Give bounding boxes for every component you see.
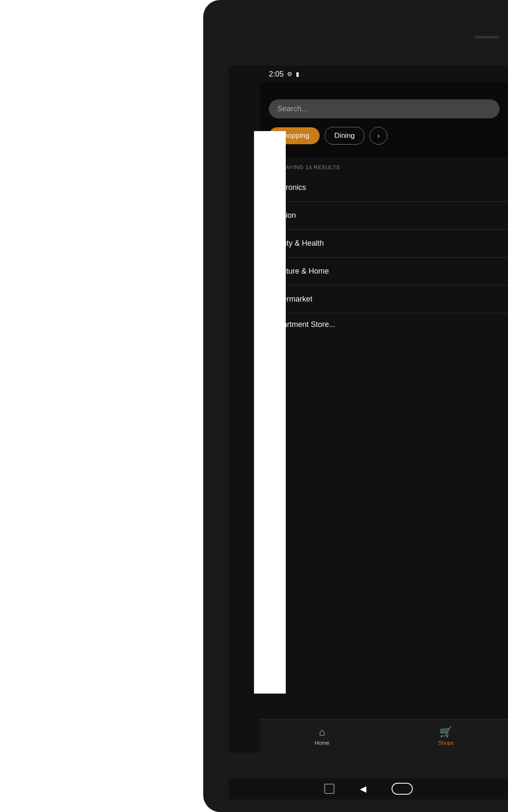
category-item-furniture[interactable]: Furniture & Home <box>260 258 508 285</box>
search-bar[interactable]: Search... <box>269 99 500 118</box>
tab-more[interactable]: › <box>370 127 387 145</box>
recents-button[interactable] <box>324 784 334 794</box>
shops-label: Shops <box>438 740 454 746</box>
category-item-fashion[interactable]: Fashion <box>260 202 508 230</box>
battery-icon: ▮ <box>296 71 299 77</box>
home-label: Home <box>315 740 329 746</box>
category-item-department[interactable]: Department Store... <box>260 313 508 332</box>
category-item-beauty[interactable]: Beauty & Health <box>260 230 508 258</box>
category-item-supermarket[interactable]: Supermarket <box>260 285 508 313</box>
results-count: DISPLAYING 14 RESULTS <box>260 157 508 174</box>
status-icons: ⚙ ▮ <box>287 71 299 77</box>
category-list: Electronics Fashion Beauty & Health Furn… <box>260 174 508 332</box>
home-button[interactable] <box>392 783 413 795</box>
speaker <box>474 36 500 38</box>
more-icon: › <box>377 132 379 140</box>
filter-tabs: Shopping Dining › <box>269 127 500 149</box>
white-strip <box>254 131 286 694</box>
shops-icon: 🛒 <box>439 726 452 738</box>
search-placeholder: Search... <box>277 104 308 113</box>
bottom-nav: ⌂ Home 🛒 Shops <box>260 719 508 753</box>
back-button[interactable]: ◀ <box>360 784 366 794</box>
status-bar: 2:05 ⚙ ▮ <box>229 66 508 82</box>
phone-screen: 2:05 ⚙ ▮ Search... Shopping Dining <box>229 66 508 753</box>
status-time: 2:05 <box>269 70 284 79</box>
nav-shops[interactable]: 🛒 Shops <box>430 723 462 749</box>
category-item-electronics[interactable]: Electronics <box>260 174 508 202</box>
phone-frame: 2:05 ⚙ ▮ Search... Shopping Dining <box>203 0 508 812</box>
settings-icon: ⚙ <box>287 71 293 77</box>
tab-dining[interactable]: Dining <box>325 127 364 145</box>
top-area: Search... Shopping Dining › <box>260 82 508 157</box>
app-content: Search... Shopping Dining › DISPLAYING 1… <box>260 82 508 719</box>
system-nav: ◀ <box>229 778 508 799</box>
nav-home[interactable]: ⌂ Home <box>306 723 338 749</box>
home-icon: ⌂ <box>319 726 325 738</box>
